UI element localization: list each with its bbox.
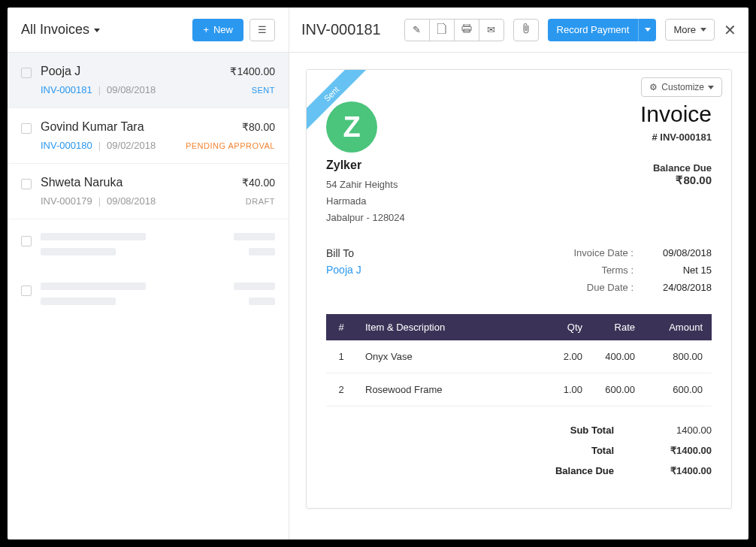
meta-row: Terms :Net 15 [566,264,712,276]
col-index: # [326,314,356,340]
row-amount: ₹1400.00 [230,65,275,77]
item-amount: 800.00 [644,340,712,373]
invoice-meta-table: Invoice Date :09/08/2018Terms :Net 15Due… [566,247,712,299]
meta-val: 09/08/2018 [652,247,712,258]
invoice-detail-pane: INV-000181 ✎ ✉ Record Payment More [289,8,748,539]
invoice-row[interactable]: Shweta Naruka ₹40.00 INV-000179 | 09/08/… [8,164,289,219]
row-checkbox[interactable] [21,123,32,134]
gear-icon: ⚙ [649,82,658,92]
bill-to-name[interactable]: Pooja J [326,264,361,276]
total-row: Balance Due₹1400.00 [326,465,712,476]
item-qty: 2.00 [546,340,591,373]
total-label: Sub Total [539,425,614,436]
row-date: 09/08/2018 [107,195,156,207]
row-number: INV-000181 [41,84,92,95]
pencil-icon: ✎ [413,24,421,35]
chevron-down-icon [645,28,651,32]
record-payment-button[interactable]: Record Payment [548,19,639,41]
total-value: 1400.00 [644,425,712,436]
invoice-detail-body: Sent ⚙ Customize Z Zylker 54 Zahir Heigh… [289,53,748,539]
invoice-number: # INV-000181 [640,131,712,143]
item-rate: 600.00 [591,373,644,406]
row-status: DRAFT [246,197,275,206]
more-button[interactable]: More [665,19,715,41]
detail-title: INV-000181 [301,21,381,38]
close-icon: ✕ [724,22,736,38]
bill-to-label: Bill To [326,247,361,259]
col-qty: Qty [546,314,591,340]
invoice-heading: Invoice [640,101,712,127]
row-checkbox[interactable] [21,179,32,189]
row-customer: Shweta Naruka [41,176,122,189]
company-addr-3: Jabalpur - 128024 [326,210,405,226]
email-button[interactable]: ✉ [479,19,504,41]
detail-header: INV-000181 ✎ ✉ Record Payment More [289,8,748,53]
doc-header-right: Invoice # INV-000181 Balance Due ₹80.00 [640,101,712,226]
mail-icon: ✉ [487,24,495,35]
row-number: INV-000179 [41,195,92,207]
company-addr-1: 54 Zahir Heights [326,177,405,193]
total-row: Sub Total1400.00 [326,425,712,436]
chevron-down-icon [94,29,100,32]
item-desc: Rosewood Frame [356,373,546,406]
printer-icon [461,24,472,35]
ribbon-label: Sent [307,70,371,134]
app-root: All Invoices + New ☰ Pooja J ₹1400.00 [8,8,748,539]
invoice-row[interactable]: Pooja J ₹1400.00 INV-000181 | 09/08/2018… [8,53,289,108]
row-customer: Pooja J [41,65,80,78]
item-idx: 1 [326,340,356,373]
list-filter-dropdown[interactable]: All Invoices [21,22,100,38]
hamburger-icon: ☰ [258,24,267,35]
record-payment-dropdown[interactable] [638,19,656,41]
invoice-list-pane: All Invoices + New ☰ Pooja J ₹1400.00 [8,8,289,539]
skeleton-row [8,269,289,319]
total-value: ₹1400.00 [644,465,712,476]
list-title: All Invoices [21,22,89,38]
item-rate: 400.00 [591,340,644,373]
chevron-down-icon [708,86,714,89]
close-detail-button[interactable]: ✕ [724,21,736,39]
left-header: All Invoices + New ☰ [8,8,289,53]
total-value: ₹1400.00 [644,445,712,456]
item-qty: 1.00 [546,373,591,406]
print-button[interactable] [454,19,479,41]
total-label: Balance Due [539,465,614,476]
attach-button[interactable] [513,19,539,41]
customize-button[interactable]: ⚙ Customize [641,77,722,97]
totals-block: Sub Total1400.00Total₹1400.00Balance Due… [326,425,712,476]
row-checkbox [21,236,32,246]
item-desc: Onyx Vase [356,340,546,373]
skeleton-row [8,219,289,269]
row-number: INV-000180 [41,140,92,151]
company-addr-2: Harmada [326,193,405,210]
line-items-table: # Item & Description Qty Rate Amount 1 O… [326,314,712,406]
meta-key: Invoice Date : [566,247,634,258]
more-label: More [673,24,696,35]
record-payment-label: Record Payment [557,24,630,35]
company-name: Zylker [326,159,405,172]
bill-to-block: Bill To Pooja J [326,247,361,299]
pdf-button[interactable] [429,19,455,41]
invoice-document: Sent ⚙ Customize Z Zylker 54 Zahir Heigh… [306,69,732,509]
row-checkbox[interactable] [21,68,32,78]
row-checkbox [21,286,32,296]
row-date: 09/02/2018 [107,140,156,151]
row-amount: ₹80.00 [242,121,275,133]
status-ribbon: Sent [307,70,374,138]
new-invoice-button[interactable]: + New [192,19,243,41]
meta-row: Invoice Date :09/08/2018 [566,247,712,258]
col-description: Item & Description [356,314,546,340]
row-customer: Govind Kumar Tara [41,120,144,134]
row-amount: ₹40.00 [242,177,275,189]
total-row: Total₹1400.00 [326,445,712,456]
list-menu-button[interactable]: ☰ [249,19,275,41]
total-label: Total [539,445,614,456]
meta-key: Terms : [566,264,634,276]
chevron-down-icon [700,28,706,32]
edit-button[interactable]: ✎ [404,19,430,41]
item-idx: 2 [326,373,356,406]
col-rate: Rate [591,314,644,340]
balance-due-label: Balance Due [640,162,712,174]
action-icon-group: ✎ ✉ [404,19,504,41]
invoice-row[interactable]: Govind Kumar Tara ₹80.00 INV-000180 | 09… [8,108,289,164]
